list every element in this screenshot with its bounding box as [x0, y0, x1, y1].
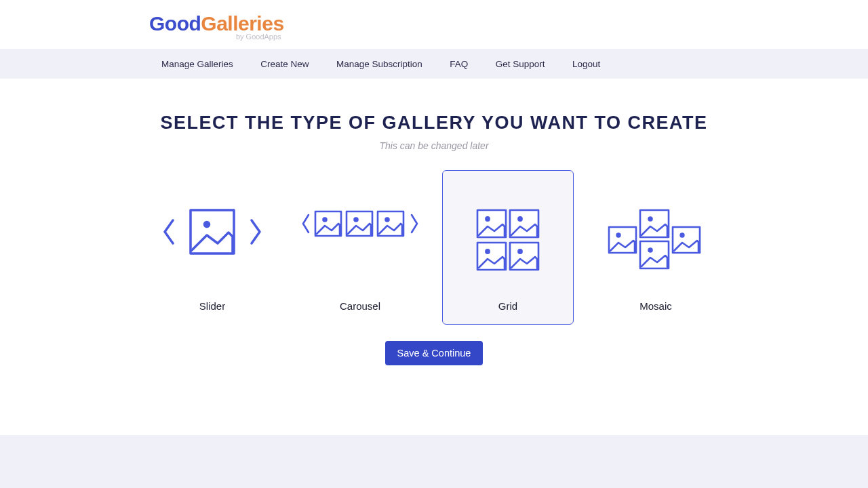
mosaic-icon	[605, 208, 707, 272]
nav-manage-galleries[interactable]: Manage Galleries	[161, 59, 233, 69]
carousel-icon	[300, 208, 420, 239]
svg-point-21	[649, 249, 652, 252]
logo-part2: Galleries	[201, 12, 283, 35]
svg-point-23	[681, 234, 684, 237]
logo: GoodGalleries by GoodApps	[149, 12, 284, 41]
svg-rect-0	[191, 210, 234, 253]
nav-create-new[interactable]: Create New	[260, 59, 309, 69]
svg-point-17	[617, 234, 620, 237]
nav-bar: Manage Galleries Create New Manage Subsc…	[0, 49, 868, 79]
svg-point-1	[205, 222, 210, 227]
gallery-options: Slider	[0, 170, 868, 325]
logo-part1: Good	[149, 12, 201, 35]
option-mosaic-label: Mosaic	[639, 300, 672, 312]
svg-point-19	[649, 218, 652, 221]
svg-point-11	[518, 217, 521, 220]
page-title: SELECT THE TYPE OF GALLERY YOU WANT TO C…	[0, 113, 868, 134]
svg-point-3	[323, 218, 327, 222]
option-slider-label: Slider	[199, 300, 225, 312]
option-mosaic[interactable]: Mosaic	[590, 170, 722, 325]
option-slider[interactable]: Slider	[146, 170, 278, 325]
nav-manage-subscription[interactable]: Manage Subscription	[336, 59, 422, 69]
main-content: SELECT THE TYPE OF GALLERY YOU WANT TO C…	[0, 79, 868, 365]
option-grid[interactable]: Grid	[442, 170, 574, 325]
option-grid-label: Grid	[498, 300, 517, 312]
nav-get-support[interactable]: Get Support	[496, 59, 545, 69]
svg-point-9	[486, 217, 489, 220]
header: GoodGalleries by GoodApps	[0, 0, 868, 49]
slider-icon	[158, 208, 267, 256]
page-subtitle: This can be changed later	[0, 140, 868, 151]
option-carousel-label: Carousel	[340, 300, 380, 312]
svg-point-15	[518, 249, 521, 253]
grid-icon	[474, 208, 542, 272]
nav-faq[interactable]: FAQ	[450, 59, 468, 69]
svg-point-5	[355, 218, 358, 222]
svg-point-13	[486, 249, 489, 253]
option-carousel[interactable]: Carousel	[294, 170, 426, 325]
svg-point-7	[386, 218, 389, 222]
footer	[0, 435, 868, 488]
nav-logout[interactable]: Logout	[572, 59, 600, 69]
save-continue-button[interactable]: Save & Continue	[385, 341, 484, 365]
